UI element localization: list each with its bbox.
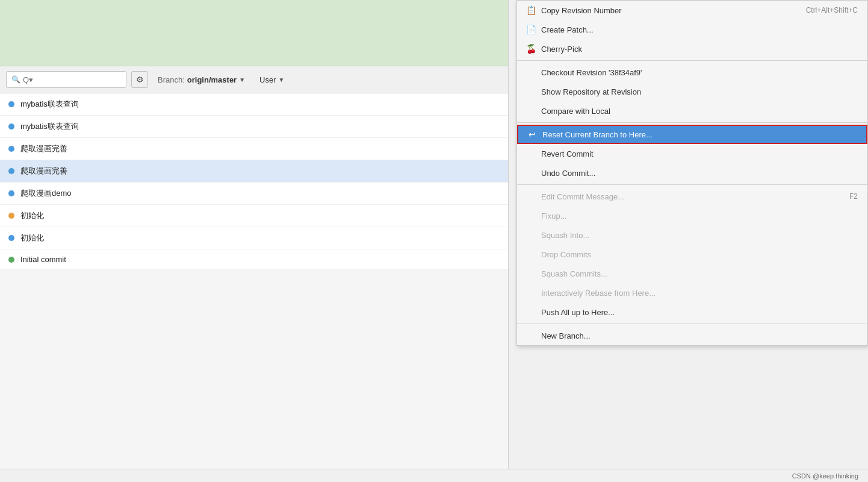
new-branch-label: New Branch... — [541, 331, 591, 340]
commit-text: 爬取漫画完善 — [20, 166, 67, 177]
footer-text: CSDN @keep thinking — [792, 472, 858, 480]
context-menu: 📋Copy Revision NumberCtrl+Alt+Shift+C📄Cr… — [516, 0, 868, 346]
edit-commit-msg-shortcut: F2 — [849, 192, 858, 201]
branch-selector[interactable]: Branch: origin/master ▼ — [153, 74, 250, 86]
search-box[interactable]: 🔍 — [6, 71, 126, 88]
reset-branch-icon: ↩ — [527, 129, 538, 140]
menu-separator — [517, 324, 867, 324]
commit-dot — [8, 124, 14, 130]
menu-item-left: Undo Commit... — [525, 167, 595, 178]
menu-item-squash-into: Squash Into... — [517, 225, 867, 245]
revert-commit-icon — [525, 148, 536, 159]
search-input[interactable] — [23, 75, 121, 84]
gear-button[interactable]: ⚙ — [131, 71, 148, 88]
menu-item-left: Edit Commit Message... — [525, 191, 624, 202]
menu-item-edit-commit-msg: Edit Commit Message...F2 — [517, 187, 867, 206]
fixup-label: Fixup... — [541, 211, 567, 221]
commit-dot — [8, 168, 14, 174]
top-green-bar — [0, 0, 508, 66]
commit-item[interactable]: 爬取漫画完善 — [0, 160, 508, 183]
cherry-pick-icon: 🍒 — [525, 43, 536, 54]
menu-item-left: New Branch... — [525, 330, 591, 341]
menu-item-left: 📄Create Patch... — [525, 24, 594, 35]
commit-item[interactable]: 初始化 — [0, 205, 508, 227]
menu-item-left: Drop Commits — [525, 249, 591, 260]
cherry-pick-label: Cherry-Pick — [541, 45, 582, 54]
show-repository-label: Show Repository at Revision — [541, 87, 641, 96]
toolbar: 🔍 ⚙ Branch: origin/master ▼ User ▼ — [0, 66, 508, 93]
copy-revision-icon: 📋 — [525, 5, 536, 16]
menu-item-compare-local[interactable]: Compare with Local — [517, 101, 867, 120]
push-all-label: Push All up to Here... — [541, 308, 615, 317]
commit-dot — [8, 235, 14, 241]
commit-dot — [8, 257, 14, 263]
commit-text: 爬取漫画demo — [20, 188, 72, 199]
commit-item[interactable]: mybatis联表查询 — [0, 93, 508, 116]
menu-item-create-patch[interactable]: 📄Create Patch... — [517, 20, 867, 39]
menu-item-drop-commits: Drop Commits — [517, 245, 867, 264]
menu-item-reset-branch[interactable]: ↩Reset Current Branch to Here... — [517, 125, 867, 144]
show-repository-icon — [525, 86, 536, 97]
checkout-revision-icon — [525, 67, 536, 78]
commit-text: 初始化 — [20, 233, 44, 243]
menu-item-cherry-pick[interactable]: 🍒Cherry-Pick — [517, 39, 867, 58]
create-patch-icon: 📄 — [525, 24, 536, 35]
undo-commit-label: Undo Commit... — [541, 169, 595, 178]
reset-branch-label: Reset Current Branch to Here... — [542, 130, 653, 139]
left-panel: 🔍 ⚙ Branch: origin/master ▼ User ▼ mybat… — [0, 0, 509, 482]
menu-item-show-repository[interactable]: Show Repository at Revision — [517, 82, 867, 101]
menu-item-left: Squash Into... — [525, 230, 589, 240]
revert-commit-label: Revert Commit — [541, 149, 594, 158]
menu-separator — [517, 60, 867, 61]
interactive-rebase-icon — [525, 287, 536, 298]
commit-item[interactable]: 爬取漫画完善 — [0, 138, 508, 160]
menu-item-left: ↩Reset Current Branch to Here... — [527, 129, 653, 140]
branch-chevron-icon: ▼ — [239, 77, 245, 83]
search-icon: 🔍 — [11, 75, 20, 84]
menu-item-left: Push All up to Here... — [525, 307, 615, 318]
commit-text: 爬取漫画完善 — [20, 143, 67, 154]
menu-item-left: 🍒Cherry-Pick — [525, 43, 582, 54]
menu-item-left: Compare with Local — [525, 105, 610, 116]
undo-commit-icon — [525, 167, 536, 178]
drop-commits-label: Drop Commits — [541, 250, 591, 259]
compare-local-icon — [525, 105, 536, 116]
commit-item[interactable]: Initial commit — [0, 249, 508, 270]
menu-separator — [517, 122, 867, 123]
menu-item-fixup: Fixup... — [517, 206, 867, 225]
menu-item-copy-revision[interactable]: 📋Copy Revision NumberCtrl+Alt+Shift+C — [517, 1, 867, 20]
footer-bar: CSDN @keep thinking — [0, 469, 868, 482]
commit-text: mybatis联表查询 — [20, 99, 79, 110]
edit-commit-msg-label: Edit Commit Message... — [541, 192, 624, 201]
commit-text: 初始化 — [20, 210, 44, 221]
commit-text: mybatis联表查询 — [20, 121, 79, 132]
checkout-revision-label: Checkout Revision '38f34af9' — [541, 68, 642, 77]
menu-item-left: Show Repository at Revision — [525, 86, 641, 97]
menu-item-left: Interactively Rebase from Here... — [525, 287, 656, 298]
squash-commits-label: Squash Commits... — [541, 269, 607, 278]
commit-list: mybatis联表查询mybatis联表查询爬取漫画完善爬取漫画完善爬取漫画de… — [0, 93, 508, 270]
menu-item-new-branch[interactable]: New Branch... — [517, 326, 867, 345]
menu-item-revert-commit[interactable]: Revert Commit — [517, 144, 867, 163]
commit-dot — [8, 146, 14, 152]
menu-item-left: Checkout Revision '38f34af9' — [525, 67, 642, 78]
compare-local-label: Compare with Local — [541, 107, 610, 116]
squash-into-icon — [525, 230, 536, 240]
menu-item-push-all[interactable]: Push All up to Here... — [517, 302, 867, 322]
menu-item-squash-commits: Squash Commits... — [517, 264, 867, 283]
menu-item-interactive-rebase: Interactively Rebase from Here... — [517, 283, 867, 302]
menu-item-checkout-revision[interactable]: Checkout Revision '38f34af9' — [517, 63, 867, 82]
menu-item-left: Revert Commit — [525, 148, 594, 159]
commit-item[interactable]: mybatis联表查询 — [0, 116, 508, 138]
branch-name: origin/master — [187, 75, 237, 84]
branch-label: Branch: — [158, 75, 185, 84]
menu-item-undo-commit[interactable]: Undo Commit... — [517, 163, 867, 183]
commit-item[interactable]: 爬取漫画demo — [0, 183, 508, 205]
user-chevron-icon: ▼ — [279, 77, 285, 83]
commit-text: Initial commit — [20, 255, 66, 264]
user-selector[interactable]: User ▼ — [255, 74, 289, 86]
commit-item[interactable]: 初始化 — [0, 227, 508, 249]
menu-separator — [517, 184, 867, 185]
user-label: User — [259, 75, 276, 84]
interactive-rebase-label: Interactively Rebase from Here... — [541, 289, 656, 298]
